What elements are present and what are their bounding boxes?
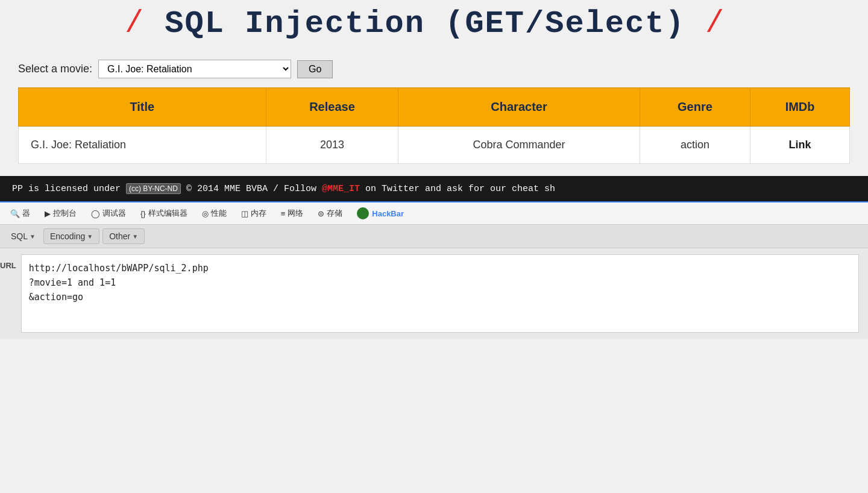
encoding-dropdown[interactable]: Encoding ▼ bbox=[43, 228, 99, 244]
footer-text-before: PP is licensed under bbox=[12, 184, 126, 194]
console-icon: ▶ bbox=[45, 209, 51, 218]
style-editor-label: 样式编辑器 bbox=[148, 208, 187, 219]
imdb-link[interactable]: Link bbox=[789, 139, 811, 151]
col-header-genre: Genre bbox=[640, 88, 750, 127]
url-label: URL bbox=[0, 254, 16, 276]
page-title-area: / SQL Injection (GET/Select) / bbox=[0, 0, 850, 54]
encoding-dropdown-arrow: ▼ bbox=[87, 233, 93, 240]
style-editor-icon: {} bbox=[140, 209, 146, 218]
network-icon: ≡ bbox=[281, 209, 286, 218]
storage-icon: ⊜ bbox=[318, 209, 324, 218]
hackbar-dot-icon bbox=[357, 207, 369, 219]
devtools-storage[interactable]: ⊜ 存储 bbox=[310, 203, 350, 224]
devtools-network[interactable]: ≡ 网络 bbox=[274, 203, 311, 224]
table-header-row: Title Release Character Genre IMDb bbox=[19, 88, 850, 127]
hackbar-url-area: URL http://localhost/bWAPP/sqli_2.php ?m… bbox=[0, 248, 868, 339]
cell-imdb[interactable]: Link bbox=[750, 127, 850, 164]
col-header-character: Character bbox=[398, 88, 640, 127]
footer-text-end: on Twitter and ask for our cheat sh bbox=[360, 184, 555, 194]
hackbar-label: HackBar bbox=[372, 209, 404, 218]
url-input[interactable]: http://localhost/bWAPP/sqli_2.php ?movie… bbox=[21, 254, 859, 333]
movie-select[interactable]: G.I. Joe: Retaliation Iron Man The Dark … bbox=[98, 60, 291, 78]
sql-label: SQL bbox=[11, 231, 28, 241]
title-slash-right: / bbox=[705, 6, 725, 42]
select-label: Select a movie: bbox=[18, 63, 92, 75]
devtools-debugger[interactable]: ◯ 调试器 bbox=[84, 203, 133, 224]
devtools-console[interactable]: ▶ 控制台 bbox=[37, 203, 84, 224]
hackbar-toolbar: SQL ▼ Encoding ▼ Other ▼ bbox=[0, 225, 868, 248]
debugger-label: 调试器 bbox=[102, 208, 126, 219]
network-label: 网络 bbox=[288, 208, 303, 219]
other-dropdown[interactable]: Other ▼ bbox=[102, 228, 145, 244]
encoding-label: Encoding bbox=[50, 231, 85, 241]
sql-dropdown-arrow: ▼ bbox=[30, 233, 36, 240]
cell-release: 2013 bbox=[266, 127, 398, 164]
cell-title: G.I. Joe: Retaliation bbox=[19, 127, 266, 164]
cc-badge: (cc) BY-NC-ND bbox=[126, 183, 181, 194]
select-row: Select a movie: G.I. Joe: Retaliation Ir… bbox=[18, 60, 850, 78]
memory-icon: ◫ bbox=[241, 209, 248, 218]
debugger-icon: ◯ bbox=[91, 209, 100, 218]
performance-icon: ◎ bbox=[202, 209, 209, 218]
devtools-memory[interactable]: ◫ 内存 bbox=[234, 203, 274, 224]
table-row: G.I. Joe: Retaliation 2013 Cobra Command… bbox=[19, 127, 850, 164]
col-header-release: Release bbox=[266, 88, 398, 127]
cell-genre: action bbox=[640, 127, 750, 164]
col-header-title: Title bbox=[19, 88, 266, 127]
hackbar-panel: SQL ▼ Encoding ▼ Other ▼ URL http://loca… bbox=[0, 225, 868, 339]
sql-dropdown[interactable]: SQL ▼ bbox=[6, 229, 40, 243]
inspector-label: 器 bbox=[22, 208, 30, 219]
url-label-col: URL bbox=[0, 254, 21, 276]
other-dropdown-arrow: ▼ bbox=[132, 233, 138, 240]
other-label: Other bbox=[109, 231, 130, 241]
page-title-text: SQL Injection (GET/Select) bbox=[145, 6, 705, 42]
dev-toolbar: 🔍 器 ▶ 控制台 ◯ 调试器 {} 样式编辑器 ◎ 性能 ◫ 内存 ≡ 网络 … bbox=[0, 201, 868, 225]
col-header-imdb: IMDb bbox=[750, 88, 850, 127]
results-table: Title Release Character Genre IMDb G.I. … bbox=[18, 87, 850, 164]
console-label: 控制台 bbox=[53, 208, 77, 219]
footer-text-after: © 2014 MME BVBA / Follow bbox=[181, 184, 322, 194]
devtools-performance[interactable]: ◎ 性能 bbox=[195, 203, 234, 224]
devtools-style-editor[interactable]: {} 样式编辑器 bbox=[133, 203, 195, 224]
memory-label: 内存 bbox=[251, 208, 266, 219]
go-button[interactable]: Go bbox=[297, 60, 333, 78]
cell-character: Cobra Commander bbox=[398, 127, 640, 164]
twitter-link[interactable]: @MME_IT bbox=[322, 184, 360, 194]
footer-bar: PP is licensed under (cc) BY-NC-ND © 201… bbox=[0, 176, 868, 201]
inspector-icon: 🔍 bbox=[10, 209, 20, 218]
storage-label: 存储 bbox=[327, 208, 342, 219]
hackbar-tab[interactable]: HackBar bbox=[350, 203, 411, 224]
devtools-inspector[interactable]: 🔍 器 bbox=[3, 203, 37, 224]
title-slash-left: / bbox=[125, 6, 145, 42]
performance-label: 性能 bbox=[211, 208, 227, 219]
